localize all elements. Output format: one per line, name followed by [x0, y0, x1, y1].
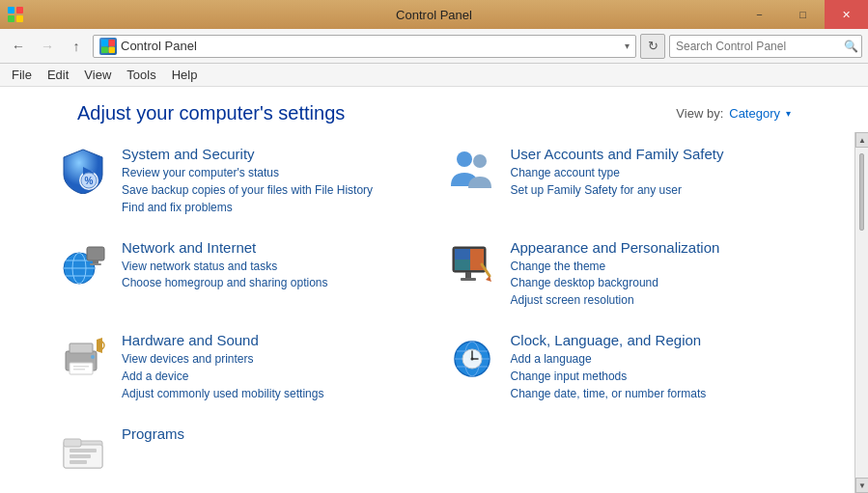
category-appearance-title[interactable]: Appearance and Personalization	[511, 239, 798, 256]
svg-text:%: %	[85, 176, 94, 186]
svg-rect-3	[16, 15, 23, 22]
category-system-security-title[interactable]: System and Security	[122, 146, 408, 162]
svg-rect-51	[70, 454, 91, 458]
category-user-accounts: User Accounts and Family Safety Change a…	[428, 136, 817, 230]
category-programs-content: Programs	[122, 425, 408, 445]
menu-tools[interactable]: Tools	[119, 65, 163, 85]
link-review-computer[interactable]: Review your computer's status	[122, 165, 408, 181]
view-by-arrow[interactable]: ▾	[786, 108, 791, 119]
link-desktop-bg[interactable]: Change desktop background	[511, 275, 798, 291]
scroll-thumb[interactable]	[859, 153, 864, 231]
category-clock-title[interactable]: Clock, Language, and Region	[511, 332, 798, 348]
category-programs: Programs	[39, 416, 428, 489]
svg-rect-19	[93, 260, 98, 263]
title-bar: Control Panel − □ ✕	[0, 0, 868, 29]
link-change-account-type[interactable]: Change account type	[511, 165, 798, 181]
menu-file[interactable]: File	[4, 65, 40, 85]
page-title: Adjust your computer's settings	[77, 102, 345, 124]
link-input-methods[interactable]: Change input methods	[511, 369, 798, 385]
link-backup-files[interactable]: Save backup copies of your files with Fi…	[122, 182, 408, 199]
category-hardware-title[interactable]: Hardware and Sound	[122, 332, 408, 348]
category-appearance-content: Appearance and Personalization Change th…	[511, 239, 798, 309]
svg-point-46	[470, 358, 473, 361]
icon-hardware	[58, 332, 108, 382]
svg-rect-20	[90, 263, 101, 265]
svg-rect-7	[109, 46, 116, 53]
svg-rect-2	[8, 15, 14, 22]
minimize-button[interactable]: −	[738, 0, 781, 29]
link-fix-problems[interactable]: Find and fix problems	[122, 200, 408, 216]
category-user-accounts-title[interactable]: User Accounts and Family Safety	[511, 146, 798, 162]
scrollbar[interactable]: ▲ ▼	[854, 132, 868, 493]
address-text: Control Panel	[121, 39, 625, 53]
link-family-safety[interactable]: Set up Family Safety for any user	[511, 182, 798, 199]
link-mobility-settings[interactable]: Adjust commonly used mobility settings	[122, 386, 408, 402]
link-homegroup[interactable]: Choose homegroup and sharing options	[122, 275, 408, 291]
svg-point-12	[473, 154, 487, 168]
link-add-device[interactable]: Add a device	[122, 369, 408, 385]
search-box[interactable]: 🔍	[669, 35, 862, 58]
svg-rect-28	[461, 278, 476, 281]
address-field[interactable]: Control Panel ▾	[93, 35, 636, 58]
category-clock: Clock, Language, and Region Add a langua…	[428, 322, 817, 416]
category-network-title[interactable]: Network and Internet	[122, 239, 408, 256]
address-dropdown-arrow[interactable]: ▾	[625, 41, 630, 51]
view-by-value[interactable]: Category	[729, 106, 780, 121]
forward-button[interactable]: →	[35, 34, 60, 59]
svg-rect-27	[465, 272, 471, 278]
icon-appearance	[447, 239, 497, 289]
categories-grid: % System and Security Review your comput…	[0, 132, 854, 493]
icon-programs	[58, 425, 108, 476]
back-button[interactable]: ←	[6, 34, 31, 59]
link-devices-printers[interactable]: View devices and printers	[122, 351, 408, 368]
svg-rect-32	[70, 343, 93, 353]
refresh-button[interactable]: ↻	[640, 34, 665, 59]
up-button[interactable]: ↑	[64, 34, 89, 59]
svg-marker-37	[97, 338, 102, 353]
category-user-accounts-content: User Accounts and Family Safety Change a…	[511, 146, 798, 199]
search-input[interactable]	[670, 40, 840, 53]
icon-clock	[447, 332, 497, 382]
main-content: Adjust your computer's settings View by:…	[0, 87, 868, 493]
svg-rect-35	[73, 369, 85, 370]
category-clock-content: Clock, Language, and Region Add a langua…	[511, 332, 798, 401]
svg-rect-52	[70, 460, 87, 464]
svg-point-36	[91, 355, 95, 359]
link-add-language[interactable]: Add a language	[511, 351, 798, 368]
svg-rect-50	[70, 449, 97, 452]
svg-rect-49	[64, 439, 81, 447]
svg-rect-0	[8, 7, 14, 14]
menu-bar: File Edit View Tools Help	[0, 64, 868, 87]
title-bar-left	[8, 7, 23, 22]
category-network: Network and Internet View network status…	[39, 230, 428, 323]
svg-rect-4	[101, 40, 108, 46]
svg-rect-6	[101, 46, 108, 53]
link-network-status[interactable]: View network status and tasks	[122, 259, 408, 275]
close-button[interactable]: ✕	[825, 0, 868, 29]
title-bar-buttons: − □ ✕	[738, 0, 868, 29]
link-date-time[interactable]: Change date, time, or number formats	[511, 386, 798, 402]
maximize-button[interactable]: □	[781, 0, 825, 29]
svg-rect-1	[16, 7, 23, 14]
category-network-content: Network and Internet View network status…	[122, 239, 408, 292]
icon-system-security: %	[58, 146, 108, 196]
address-icon	[99, 38, 117, 55]
menu-help[interactable]: Help	[164, 65, 206, 85]
app-icon	[8, 7, 23, 22]
category-programs-title[interactable]: Programs	[122, 425, 408, 442]
menu-view[interactable]: View	[76, 65, 119, 85]
search-button[interactable]: 🔍	[840, 36, 861, 57]
category-system-security-content: System and Security Review your computer…	[122, 146, 408, 215]
scroll-up-button[interactable]: ▲	[855, 132, 868, 148]
view-by-label: View by:	[676, 106, 723, 121]
view-by: View by: Category ▾	[676, 106, 791, 121]
link-screen-resolution[interactable]: Adjust screen resolution	[511, 292, 798, 309]
scroll-down-button[interactable]: ▼	[855, 478, 868, 493]
svg-point-11	[457, 151, 472, 167]
link-change-theme[interactable]: Change the theme	[511, 259, 798, 275]
svg-rect-25	[470, 249, 484, 270]
svg-rect-18	[87, 247, 104, 260]
content-header: Adjust your computer's settings View by:…	[0, 87, 868, 132]
menu-edit[interactable]: Edit	[40, 65, 76, 85]
window-title: Control Panel	[396, 8, 472, 22]
